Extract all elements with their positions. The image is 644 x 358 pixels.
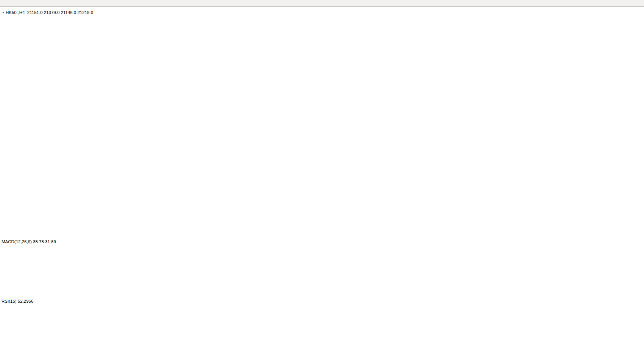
chart-title: ▼HK50-,H4 21151.0 21379.0 21146.0 21219.… bbox=[2, 10, 93, 15]
ohlc-close: 21219.0 bbox=[77, 10, 93, 15]
rsi-value: 52.2956 bbox=[18, 299, 34, 303]
ohlc-low: 21146.0 bbox=[61, 10, 76, 15]
ohlc-open: 21151.0 bbox=[27, 10, 43, 15]
symbol-period: HK50-,H4 bbox=[6, 10, 25, 15]
macd-indicator-label: MACD(12,26,9) 35.75 31.89 bbox=[2, 239, 56, 244]
rsi-indicator-label: RSI(15) 52.2956 bbox=[2, 299, 33, 303]
macd-values: 35.75 31.89 bbox=[33, 239, 56, 244]
chart-canvas[interactable] bbox=[0, 7, 644, 358]
symbol-dropdown-icon[interactable]: ▼ bbox=[2, 11, 5, 14]
rsi-name: RSI(15) bbox=[2, 299, 17, 303]
macd-name: MACD(12,26,9) bbox=[2, 239, 32, 244]
ohlc-high: 21379.0 bbox=[44, 10, 60, 15]
main-toolbar bbox=[0, 0, 644, 7]
